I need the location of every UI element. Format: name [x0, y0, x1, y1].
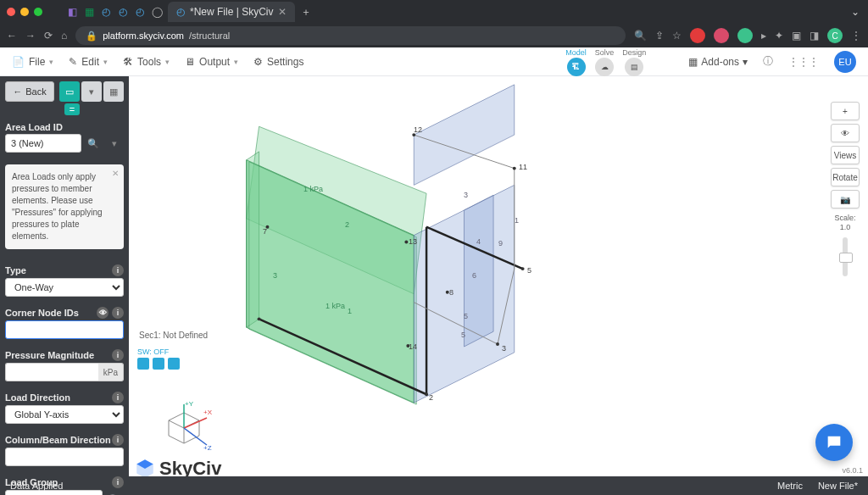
node-label: 5	[527, 266, 531, 275]
svg-point-13	[258, 317, 261, 320]
svg-text:+Z: +Z	[203, 444, 212, 452]
search-icon[interactable]: 🔍	[84, 134, 103, 153]
tab-globe-icon[interactable]: ◯	[151, 6, 163, 18]
camera-icon: 📷	[840, 195, 850, 204]
menu-output-label: Output	[199, 56, 230, 68]
logo-text: SkyCiv	[159, 458, 221, 476]
mode-design[interactable]: Design▤	[622, 48, 646, 76]
menu-tools[interactable]: 🛠Tools▾	[123, 56, 170, 68]
menu-settings[interactable]: ⚙Settings	[253, 56, 303, 68]
mode-model[interactable]: Model🏗	[565, 48, 587, 76]
info-box: ✕ Area Loads only apply pressures to mem…	[5, 164, 124, 249]
tabs-overflow-icon[interactable]: ⌄	[849, 6, 861, 18]
wrench-icon: 🛠	[123, 56, 133, 68]
direction-select[interactable]: Global Y-axis	[5, 405, 124, 424]
visibility-button[interactable]: 👁	[831, 124, 860, 142]
side-panel: ←Back ▭ ▾ ▦ = Area Load ID 🔍 ▾ ✕ Area Lo…	[0, 76, 129, 476]
corner-nodes-input[interactable]	[5, 320, 124, 339]
rotate-button[interactable]: Rotate	[831, 168, 860, 186]
menu-file[interactable]: 📄File▾	[12, 56, 53, 68]
ext-pink-icon[interactable]	[714, 28, 729, 43]
viewport-3d[interactable]: 7 12 11 13 5 3 8 2 14 3 1 4 9 6 5 5 2 3 …	[129, 76, 868, 476]
magnitude-input[interactable]	[5, 363, 98, 381]
edge-label: 1	[515, 216, 519, 225]
menu-output[interactable]: 🖥Output▾	[185, 56, 238, 68]
nav-back-icon[interactable]: ←	[7, 30, 17, 42]
info-icon[interactable]: i	[112, 434, 124, 446]
browser-profile-avatar[interactable]: C	[827, 28, 843, 43]
pencil-icon: ✎	[69, 56, 77, 68]
info-icon[interactable]: i	[112, 349, 124, 361]
ext-green-icon[interactable]	[737, 28, 753, 43]
chat-help-button[interactable]	[815, 424, 853, 461]
share-icon[interactable]: ⇪	[655, 30, 664, 42]
bookmark-icon[interactable]: ☆	[672, 30, 682, 42]
tab-close-icon[interactable]: ✕	[278, 6, 287, 18]
info-icon[interactable]: i	[112, 476, 124, 488]
url-field[interactable]: 🔒 platform.skyciv.com/structural	[75, 26, 626, 45]
tab-skyciv-icon-3[interactable]: ◴	[134, 6, 146, 18]
search-toolbar-icon[interactable]: 🔍	[634, 30, 647, 42]
nav-reload-icon[interactable]: ⟳	[44, 30, 53, 42]
units-toggle[interactable]: Metric	[777, 481, 803, 491]
cast-icon[interactable]: ▣	[792, 30, 801, 42]
tab-bar: ◧ ▦ ◴ ◴ ◴ ◯ ◴ *New File | SkyCiv ✕ ＋ ⌄	[0, 0, 868, 24]
ext-play-icon[interactable]: ▸	[761, 30, 766, 42]
back-button[interactable]: ←Back	[5, 81, 54, 102]
browser-chrome: ◧ ▦ ◴ ◴ ◴ ◯ ◴ *New File | SkyCiv ✕ ＋ ⌄ ←…	[0, 0, 868, 47]
node-label: 12	[414, 125, 422, 134]
search-icon[interactable]: 🔍	[105, 490, 124, 495]
user-avatar[interactable]: EU	[834, 51, 856, 73]
views-button[interactable]: Views	[831, 146, 860, 164]
tab-sheets-icon[interactable]: ▦	[83, 6, 95, 18]
snapshot-button[interactable]: 📷	[831, 190, 860, 209]
tab-skyciv-icon-2[interactable]: ◴	[117, 6, 129, 18]
chevron-down-icon: ▾	[165, 58, 170, 66]
new-tab-icon[interactable]: ＋	[300, 6, 312, 18]
panel-tab-filter[interactable]: ▾	[81, 81, 102, 102]
mode-design-label: Design	[622, 48, 646, 57]
column-direction-input[interactable]	[5, 448, 124, 466]
url-path: /structural	[189, 31, 230, 41]
tab-skyciv-icon-1[interactable]: ◴	[100, 6, 112, 18]
view-controls: + 👁 Views Rotate 📷 Scale:1.0	[831, 102, 860, 276]
menu-edit[interactable]: ✎Edit▾	[69, 56, 108, 68]
window-min-dot[interactable]	[20, 8, 29, 16]
type-select[interactable]: One-Way	[5, 278, 124, 297]
addons-button[interactable]: ▦Add-ons▾	[688, 56, 748, 68]
close-icon[interactable]: ✕	[112, 168, 119, 180]
mode-solve[interactable]: Solve☁	[595, 48, 615, 76]
current-file-label[interactable]: New File*	[818, 481, 858, 491]
window-max-dot[interactable]	[34, 8, 42, 16]
help-icon[interactable]: ⓘ	[763, 54, 773, 69]
ext-puzzle-icon[interactable]: ✦	[775, 30, 783, 42]
info-icon[interactable]: i	[112, 392, 124, 403]
window-close-dot[interactable]	[7, 8, 15, 16]
chevron-down-icon: ▾	[743, 56, 748, 68]
apps-grid-icon[interactable]: ⋮⋮⋮	[788, 56, 819, 68]
zoom-in-button[interactable]: +	[831, 102, 860, 120]
nav-forward-icon[interactable]: →	[25, 30, 36, 42]
panel-tab-extra[interactable]: =	[64, 103, 80, 115]
scale-label: Scale:1.0	[834, 214, 855, 232]
panel-tab-form[interactable]: ▭	[59, 81, 80, 102]
panel-tab-table[interactable]: ▦	[103, 81, 124, 102]
browser-tab-active[interactable]: ◴ *New File | SkyCiv ✕	[168, 2, 295, 22]
node-label: 13	[409, 237, 417, 246]
eye-icon[interactable]: 👁	[97, 307, 108, 319]
node-label: 7	[263, 227, 267, 236]
svg-point-21	[404, 241, 408, 244]
area-load-id-input[interactable]	[5, 134, 81, 153]
browser-menu-icon[interactable]: ⋮	[851, 30, 861, 42]
chevron-down-icon[interactable]: ▾	[105, 134, 124, 153]
panel-icon[interactable]: ◨	[810, 30, 819, 42]
node-label: 2	[429, 393, 433, 402]
menu-edit-label: Edit	[81, 56, 99, 68]
tab-docs-icon[interactable]: ◧	[66, 6, 78, 18]
scale-slider[interactable]	[843, 237, 848, 276]
axis-orientation-widget[interactable]: +Y +X +Z	[154, 401, 214, 463]
info-icon[interactable]: i	[112, 307, 124, 319]
nav-home-icon[interactable]: ⌂	[61, 30, 67, 42]
ext-red-icon[interactable]	[690, 28, 705, 43]
info-icon[interactable]: i	[112, 264, 124, 276]
